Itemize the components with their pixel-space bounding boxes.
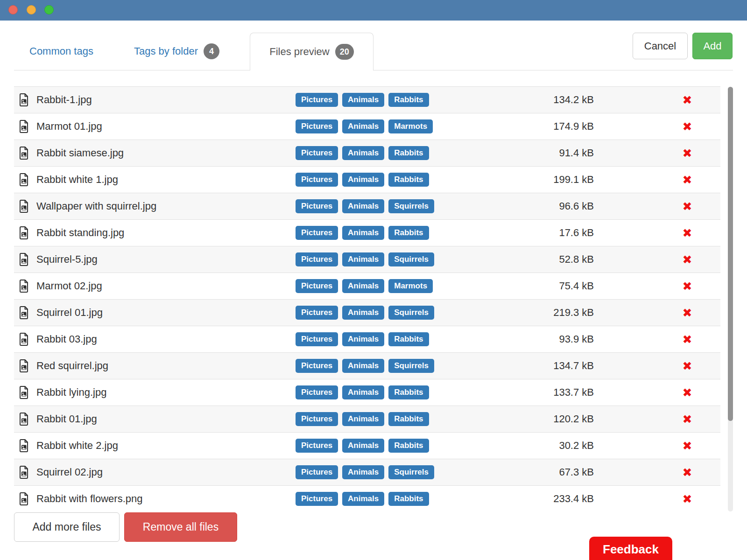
remove-file-icon[interactable]: ✖ (674, 359, 701, 373)
tag-pill[interactable]: Rabbits (388, 439, 429, 453)
add-button[interactable]: Add (692, 33, 733, 59)
remove-file-icon[interactable]: ✖ (674, 93, 701, 107)
tag-pill[interactable]: Animals (342, 173, 384, 187)
tag-pill[interactable]: Animals (342, 252, 384, 266)
tag-pill[interactable]: Rabbits (388, 492, 429, 506)
tag-list: PicturesAnimalsSquirrels (296, 359, 434, 373)
remove-file-icon[interactable]: ✖ (674, 200, 701, 213)
remove-file-icon[interactable]: ✖ (674, 306, 701, 320)
tag-pill[interactable]: Pictures (296, 465, 338, 479)
tag-pill[interactable]: Pictures (296, 173, 338, 187)
close-window-icon[interactable] (8, 5, 18, 14)
tag-pill[interactable]: Animals (342, 439, 384, 453)
tag-pill[interactable]: Animals (342, 306, 384, 320)
file-image-icon (19, 120, 29, 133)
tag-pill[interactable]: Animals (342, 93, 384, 107)
tag-pill[interactable]: Animals (342, 465, 384, 479)
tag-pill[interactable]: Pictures (296, 306, 338, 320)
tag-pill[interactable]: Rabbits (388, 332, 429, 346)
tag-pill[interactable]: Animals (342, 199, 384, 213)
tag-pill[interactable]: Squirrels (388, 359, 434, 373)
table-row: Rabbit white 2.jpg PicturesAnimalsRabbit… (14, 433, 720, 459)
zoom-window-icon[interactable] (44, 5, 54, 14)
feedback-button[interactable]: Feedback (589, 537, 672, 560)
remove-file-icon[interactable]: ✖ (674, 333, 701, 346)
tag-pill[interactable]: Squirrels (388, 199, 434, 213)
remove-file-icon[interactable]: ✖ (674, 413, 701, 426)
add-more-files-button[interactable]: Add more files (14, 512, 120, 542)
tag-pill[interactable]: Animals (342, 359, 384, 373)
table-row: Rabbit white 1.jpg PicturesAnimalsRabbit… (14, 167, 720, 193)
tag-pill[interactable]: Rabbits (388, 412, 429, 426)
tag-pill[interactable]: Rabbits (388, 146, 429, 160)
tag-pill[interactable]: Rabbits (388, 173, 429, 187)
file-name: Squirrel 02.jpg (36, 466, 103, 478)
file-image-icon (19, 466, 29, 479)
remove-file-icon[interactable]: ✖ (674, 226, 701, 240)
tag-pill[interactable]: Pictures (296, 412, 338, 426)
tag-list: PicturesAnimalsRabbits (296, 492, 429, 506)
window-titlebar (0, 0, 747, 21)
table-row: Squirrel 02.jpg PicturesAnimalsSquirrels… (14, 459, 720, 486)
tag-pill[interactable]: Pictures (296, 252, 338, 266)
file-image-icon (19, 386, 29, 399)
scrollbar-track[interactable] (728, 87, 733, 511)
tag-pill[interactable]: Pictures (296, 93, 338, 107)
tag-pill[interactable]: Squirrels (388, 306, 434, 320)
remove-file-icon[interactable]: ✖ (674, 466, 701, 479)
tag-pill[interactable]: Animals (342, 385, 384, 399)
tag-pill[interactable]: Pictures (296, 226, 338, 240)
tag-pill[interactable]: Pictures (296, 492, 338, 506)
tag-pill[interactable]: Marmots (388, 119, 433, 133)
tag-pill[interactable]: Pictures (296, 146, 338, 160)
remove-file-icon[interactable]: ✖ (674, 173, 701, 187)
table-row: Red squirrel.jpg PicturesAnimalsSquirrel… (14, 353, 720, 379)
tag-pill[interactable]: Pictures (296, 359, 338, 373)
table-row: Rabbit standing.jpg PicturesAnimalsRabbi… (14, 220, 720, 246)
tag-pill[interactable]: Marmots (388, 279, 433, 293)
table-row: Rabbit with flowers.png PicturesAnimalsR… (14, 486, 720, 507)
tab-files-preview-badge: 20 (335, 44, 354, 60)
tab-files-preview-label: Files preview (269, 46, 329, 58)
tag-pill[interactable]: Pictures (296, 385, 338, 399)
remove-file-icon[interactable]: ✖ (674, 120, 701, 133)
tag-pill[interactable]: Rabbits (388, 93, 429, 107)
remove-file-icon[interactable]: ✖ (674, 280, 701, 293)
tag-pill[interactable]: Rabbits (388, 385, 429, 399)
tab-tags-by-folder[interactable]: Tags by folder 4 (134, 33, 219, 70)
tag-pill[interactable]: Animals (342, 412, 384, 426)
remove-file-icon[interactable]: ✖ (674, 386, 701, 399)
remove-file-icon[interactable]: ✖ (674, 253, 701, 266)
tag-list: PicturesAnimalsMarmots (296, 279, 433, 293)
scrollbar-thumb[interactable] (728, 87, 733, 421)
tag-pill[interactable]: Rabbits (388, 226, 429, 240)
tag-pill[interactable]: Pictures (296, 332, 338, 346)
tag-pill[interactable]: Animals (342, 226, 384, 240)
remove-file-icon[interactable]: ✖ (674, 439, 701, 453)
file-name: Red squirrel.jpg (36, 360, 108, 372)
tag-pill[interactable]: Animals (342, 119, 384, 133)
file-name: Rabbit with flowers.png (36, 493, 142, 505)
tag-list: PicturesAnimalsRabbits (296, 173, 429, 187)
cancel-button[interactable]: Cancel (633, 33, 688, 59)
file-name: Rabbit white 1.jpg (36, 174, 118, 186)
remove-file-icon[interactable]: ✖ (674, 492, 701, 506)
tag-pill[interactable]: Pictures (296, 439, 338, 453)
tag-pill[interactable]: Animals (342, 332, 384, 346)
file-size: 75.4 kB (500, 280, 594, 292)
remove-file-icon[interactable]: ✖ (674, 147, 701, 160)
tab-common-tags[interactable]: Common tags (29, 33, 93, 70)
tag-pill[interactable]: Animals (342, 146, 384, 160)
file-name: Rabbit-1.jpg (36, 94, 92, 106)
tag-pill[interactable]: Animals (342, 279, 384, 293)
tag-pill[interactable]: Squirrels (388, 252, 434, 266)
remove-all-files-button[interactable]: Remove all files (124, 512, 237, 542)
tag-pill[interactable]: Pictures (296, 199, 338, 213)
tag-pill[interactable]: Animals (342, 492, 384, 506)
tag-pill[interactable]: Pictures (296, 119, 338, 133)
tab-files-preview[interactable]: Files preview 20 (250, 33, 374, 70)
tag-pill[interactable]: Pictures (296, 279, 338, 293)
tag-pill[interactable]: Squirrels (388, 465, 434, 479)
minimize-window-icon[interactable] (27, 5, 36, 14)
file-name: Rabbit 03.jpg (36, 333, 97, 345)
